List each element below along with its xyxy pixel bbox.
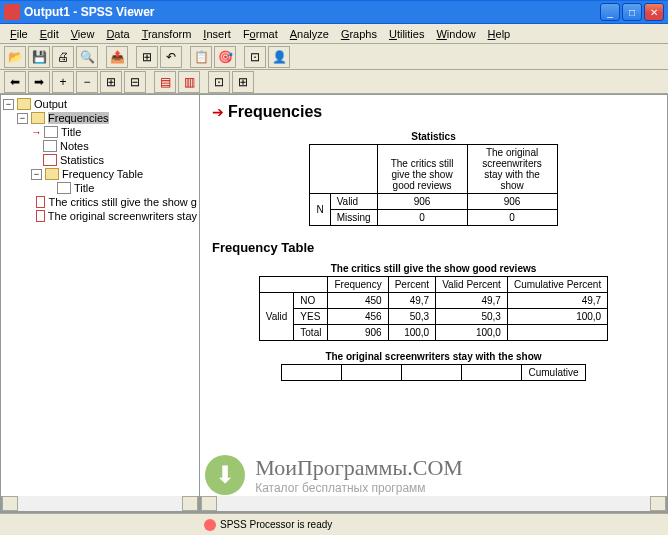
- arrow-icon: ➔: [212, 104, 224, 120]
- undo-button[interactable]: ↶: [160, 46, 182, 68]
- tree-statistics[interactable]: Statistics: [3, 153, 197, 167]
- tree-label[interactable]: Notes: [60, 140, 89, 152]
- tree-frequencies[interactable]: − Frequencies: [3, 111, 197, 125]
- expand-button[interactable]: ⊞: [100, 71, 122, 93]
- title-icon: [44, 126, 58, 138]
- menu-utilities[interactable]: Utilities: [383, 26, 430, 42]
- cell-value: 906: [467, 194, 557, 210]
- tree-label[interactable]: Statistics: [60, 154, 104, 166]
- tree-label[interactable]: Output: [34, 98, 67, 110]
- status-icon: [204, 519, 216, 531]
- cell-value: 906: [328, 325, 388, 341]
- demote-button[interactable]: −: [76, 71, 98, 93]
- tree-notes[interactable]: Notes: [3, 139, 197, 153]
- menu-window[interactable]: Window: [430, 26, 481, 42]
- tree-freqtable[interactable]: − Frequency Table: [3, 167, 197, 181]
- folder-icon: [45, 168, 59, 180]
- tree-label[interactable]: The original screenwriters stay: [48, 210, 197, 222]
- toolbar-nav: ⬅ ➡ + − ⊞ ⊟ ▤ ▥ ⊡ ⊞: [0, 70, 668, 94]
- case-button[interactable]: 👤: [268, 46, 290, 68]
- scroll-left-button[interactable]: [201, 496, 217, 511]
- menu-format[interactable]: Format: [237, 26, 284, 42]
- cell-value: 49,7: [436, 293, 508, 309]
- save-button[interactable]: 💾: [28, 46, 50, 68]
- export-button[interactable]: 📤: [106, 46, 128, 68]
- scroll-right-button[interactable]: [650, 496, 666, 511]
- menu-edit[interactable]: Edit: [34, 26, 65, 42]
- goto-button[interactable]: 📋: [190, 46, 212, 68]
- table-icon: [36, 210, 45, 222]
- content-hscroll[interactable]: [200, 496, 667, 512]
- tree-label[interactable]: Frequencies: [48, 112, 109, 124]
- menu-data[interactable]: Data: [100, 26, 135, 42]
- scroll-left-button[interactable]: [2, 496, 18, 511]
- app-icon: [4, 4, 20, 20]
- tree-title[interactable]: → Title: [3, 125, 197, 139]
- window-title: Output1 - SPSS Viewer: [24, 5, 600, 19]
- cell-value: 100,0: [436, 325, 508, 341]
- cell-value: 0: [467, 210, 557, 226]
- folder-icon: [31, 112, 45, 124]
- statusbar: SPSS Processor is ready: [0, 513, 668, 535]
- arrow-icon: →: [31, 126, 42, 138]
- cell-value: 906: [377, 194, 467, 210]
- minimize-button[interactable]: _: [600, 3, 620, 21]
- tree-label[interactable]: Title: [74, 182, 94, 194]
- nav-right-button[interactable]: ➡: [28, 71, 50, 93]
- preview-button[interactable]: 🔍: [76, 46, 98, 68]
- outline-panel: − Output − Frequencies → Title Notes: [0, 94, 200, 513]
- tree-title2[interactable]: Title: [3, 181, 197, 195]
- notes-icon: [43, 140, 57, 152]
- content-panel: ➔ Frequencies Statistics The critics sti…: [200, 94, 668, 513]
- nav-left-button[interactable]: ⬅: [4, 71, 26, 93]
- close-button[interactable]: ✕: [644, 3, 664, 21]
- tree-item-screenwriters[interactable]: The original screenwriters stay: [3, 209, 197, 223]
- cell-value: 100,0: [388, 325, 435, 341]
- tree-hscroll[interactable]: [1, 496, 199, 512]
- menu-insert[interactable]: Insert: [197, 26, 237, 42]
- toolbar-main: 📂 💾 🖨 🔍 📤 ⊞ ↶ 📋 🎯 ⊡ 👤: [0, 44, 668, 70]
- col-header: Cumulative: [522, 365, 585, 381]
- menu-file[interactable]: File: [4, 26, 34, 42]
- frequency-table-2: Cumulative: [281, 364, 585, 381]
- vars-button[interactable]: 🎯: [214, 46, 236, 68]
- titlebar: Output1 - SPSS Viewer _ □ ✕: [0, 0, 668, 24]
- cell-value: 49,7: [388, 293, 435, 309]
- tree-root[interactable]: − Output: [3, 97, 197, 111]
- scroll-track[interactable]: [217, 496, 650, 511]
- cell-value: 50,3: [436, 309, 508, 325]
- print-button[interactable]: 🖨: [52, 46, 74, 68]
- select-button[interactable]: ⊡: [244, 46, 266, 68]
- scroll-right-button[interactable]: [182, 496, 198, 511]
- insert-button[interactable]: ⊡: [208, 71, 230, 93]
- tree-label[interactable]: Title: [61, 126, 81, 138]
- collapse-icon[interactable]: −: [31, 169, 42, 180]
- designate-button[interactable]: ⊞: [232, 71, 254, 93]
- collapse-icon[interactable]: −: [3, 99, 14, 110]
- dialog-button[interactable]: ⊞: [136, 46, 158, 68]
- open-button[interactable]: 📂: [4, 46, 26, 68]
- cell-value: [507, 325, 607, 341]
- row-label: N: [310, 194, 330, 226]
- menu-help[interactable]: Help: [482, 26, 517, 42]
- scroll-track[interactable]: [18, 496, 182, 511]
- show-button[interactable]: ▤: [154, 71, 176, 93]
- row-label: Total: [294, 325, 328, 341]
- cell-value: 50,3: [388, 309, 435, 325]
- hide-button[interactable]: ▥: [178, 71, 200, 93]
- main-area: − Output − Frequencies → Title Notes: [0, 94, 668, 513]
- menu-graphs[interactable]: Graphs: [335, 26, 383, 42]
- tree-item-critics[interactable]: The critics still give the show g: [3, 195, 197, 209]
- promote-button[interactable]: +: [52, 71, 74, 93]
- cell-value: 100,0: [507, 309, 607, 325]
- collapse-button[interactable]: ⊟: [124, 71, 146, 93]
- maximize-button[interactable]: □: [622, 3, 642, 21]
- collapse-icon[interactable]: −: [17, 113, 28, 124]
- tree-label[interactable]: Frequency Table: [62, 168, 143, 180]
- tree-label[interactable]: The critics still give the show g: [48, 196, 197, 208]
- cell-value: 456: [328, 309, 388, 325]
- menu-transform[interactable]: Transform: [136, 26, 198, 42]
- menu-analyze[interactable]: Analyze: [284, 26, 335, 42]
- status-text: SPSS Processor is ready: [220, 519, 332, 530]
- menu-view[interactable]: View: [65, 26, 101, 42]
